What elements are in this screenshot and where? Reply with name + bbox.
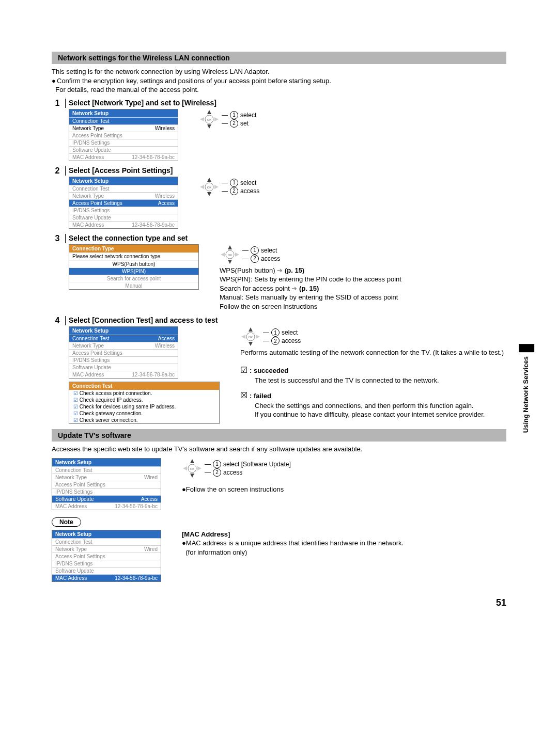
circled-2-icon: 2 [251, 255, 259, 263]
svg-marker-29 [197, 466, 202, 470]
circled-2-icon: 2 [230, 119, 238, 128]
step-title: Select [Access Point Settings] [69, 166, 506, 175]
menu-item-software-update: Software Update [69, 364, 178, 371]
test-line: Check gateway connection. [69, 410, 219, 417]
dpad-icon: OK [199, 177, 220, 197]
menu-item-connection-test: Connection Test [69, 117, 178, 124]
intro-text: This setting is for the network connecti… [52, 67, 506, 94]
test-line: Check access point connection. [69, 390, 219, 397]
intro-line2: Confirm the encryption key, settings and… [57, 77, 331, 85]
nav-access: access [261, 255, 280, 262]
svg-marker-5 [214, 117, 219, 121]
section-header-update: Update TV's software [52, 429, 506, 442]
menu-item-access-point: Access Point Settings [52, 553, 161, 560]
circled-2-icon: 2 [230, 187, 238, 195]
mac-line2: (for information only) [185, 548, 247, 556]
dialog-prompt: Please select network connection type. [69, 253, 198, 260]
failed-text1: Check the settings and connections, and … [255, 401, 504, 411]
dpad-icon: OK [182, 458, 203, 479]
menu-item-connection-test: Connection Test [52, 466, 161, 474]
svg-text:OK: OK [190, 467, 195, 470]
step-number: 1 [52, 99, 66, 108]
nav-access: access [223, 469, 242, 476]
nav-select: select [282, 329, 298, 336]
svg-marker-17 [235, 253, 239, 257]
intro-line1: This setting is for the network connecti… [52, 68, 269, 75]
nav-access: access [240, 187, 259, 195]
menu-title: Network Setup [69, 109, 178, 117]
option-search-ap: Search for access point [69, 275, 198, 282]
menu-network-setup: Network Setup Connection Test Network Ty… [52, 530, 161, 582]
follow-instructions: Follow the on screen instructions [186, 485, 284, 493]
failed-block: : failed Check the settings and connecti… [240, 390, 504, 419]
manual-desc: Manual: Sets manually by entering the SS… [220, 293, 401, 302]
svg-marker-28 [183, 466, 187, 470]
circled-1-icon: 1 [213, 460, 221, 468]
svg-text:OK: OK [207, 186, 212, 189]
circled-1-icon: 1 [251, 246, 259, 255]
succeeded-label: : succeeded [250, 367, 288, 374]
menu-item-connection-test: Connection Test [52, 538, 161, 545]
step-number: 2 [52, 166, 66, 176]
menu-title: Network Setup [69, 177, 178, 185]
svg-text:OK: OK [228, 254, 233, 257]
menu-item-software-update: Software Update [52, 567, 161, 574]
svg-marker-3 [207, 124, 211, 129]
svg-marker-16 [221, 253, 225, 257]
svg-marker-10 [200, 185, 204, 189]
menu-item-network-type: Network TypeWired [52, 545, 161, 553]
bullet-icon: ● [52, 76, 57, 86]
search-ap-label: Search for access point [220, 285, 290, 292]
svg-marker-20 [249, 327, 253, 332]
page-ref: (p. 15) [299, 285, 319, 292]
nav-select: select [261, 247, 277, 254]
test-line: Check for devices using same IP address. [69, 403, 219, 410]
nav-select-sw: select [Software Update] [223, 461, 291, 468]
nav-annotation: OK —1select —2access WPS(Push button) ➔ … [220, 244, 401, 311]
option-wps-push: WPS(Push button) [69, 260, 198, 267]
bullet-icon: ● [182, 485, 186, 493]
menu-item-mac: MAC Address12-34-56-78-9a-bc [69, 221, 178, 228]
mac-line1: MAC address is a unique address that ide… [186, 539, 404, 547]
circled-1-icon: 1 [230, 111, 238, 119]
step-title: Select the connection type and set [69, 234, 506, 242]
menu-network-setup: Network Setup Connection Test Network Ty… [52, 458, 161, 510]
option-wps-pin: WPS(PIN) [69, 267, 198, 275]
step-title: Select [Network Type] and set to [Wirele… [69, 99, 506, 107]
menu-item-ipdns: IP/DNS Settings [69, 139, 178, 146]
menu-item-mac: MAC Address12-34-56-78-9a-bc [52, 574, 161, 581]
menu-item-access-point: Access Point Settings [69, 132, 178, 139]
page-ref: (p. 15) [285, 266, 304, 274]
menu-item-network-type: Network TypeWireless [69, 192, 178, 199]
step-4: 4 Select [Connection Test] and access to… [52, 316, 506, 424]
circled-2-icon: 2 [271, 337, 280, 345]
test-line: Check server connection. [69, 417, 219, 423]
menu-item-connection-test: Connection TestAccess [69, 335, 178, 342]
failed-label: : failed [250, 392, 271, 400]
menu-item-network-type: Network TypeWireless [69, 124, 178, 132]
follow-instructions: Follow the on screen instructions [220, 302, 401, 311]
wps-pin-desc: WPS(PIN): Sets by entering the PIN code … [220, 275, 401, 284]
note-pill: Note [52, 517, 81, 527]
menu-title: Network Setup [52, 459, 161, 466]
update-intro: Accesses the specific web site to update… [52, 445, 506, 454]
menu-item-ipdns: IP/DNS Settings [52, 560, 161, 567]
step-number: 3 [52, 234, 66, 243]
svg-marker-21 [249, 342, 253, 346]
svg-marker-9 [207, 192, 211, 196]
dpad-icon: OK [220, 244, 240, 265]
nav-annotation: OK —1select [Software Update] —2access ●… [182, 458, 291, 494]
dpad-icon: OK [240, 326, 261, 347]
menu-item-access-point: Access Point Settings [69, 349, 178, 356]
arrow-icon: ➔ [277, 266, 283, 274]
menu-item-connection-test: Connection Test [69, 185, 178, 192]
intro-line3: For details, read the manual of the acce… [55, 86, 199, 93]
svg-marker-23 [256, 335, 260, 339]
side-tab: Using Network Services [522, 356, 530, 433]
menu-item-network-type: Network TypeWireless [69, 342, 178, 349]
menu-item-access-point: Access Point Settings [52, 481, 161, 488]
menu-title: Network Setup [52, 530, 161, 538]
menu-network-setup: Network Setup Connection Test Network Ty… [69, 177, 178, 229]
dialog-title: Connection Test [69, 382, 219, 390]
svg-text:OK: OK [207, 118, 212, 121]
